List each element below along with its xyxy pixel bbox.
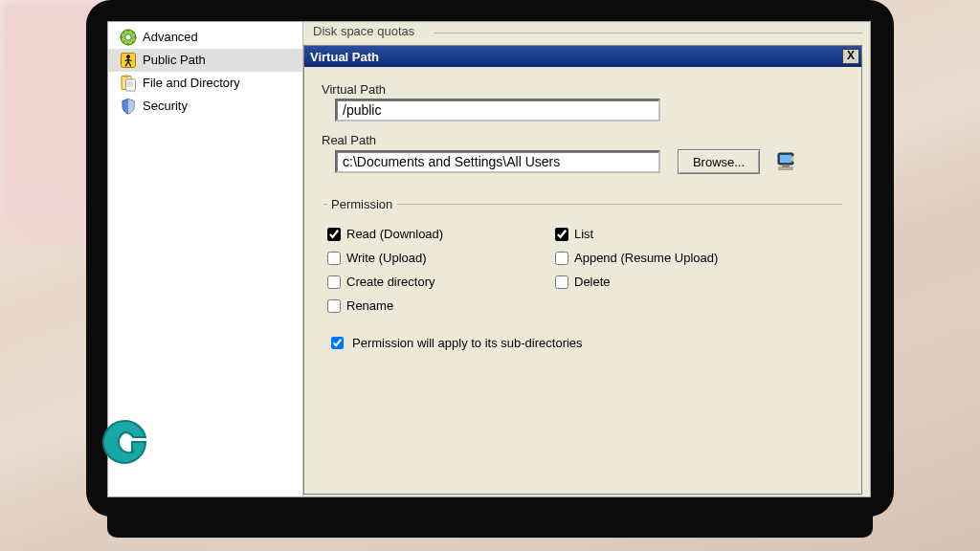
gear-icon	[120, 29, 137, 46]
checkbox-label: List	[574, 227, 593, 241]
laptop-base	[107, 509, 873, 538]
checkbox-label: Delete	[574, 275, 611, 289]
main-panel: Disk space quotas Virtual Path X Virtual…	[303, 22, 870, 496]
checkbox-label: Create directory	[346, 275, 434, 289]
shield-icon	[120, 98, 137, 115]
checkbox-label: Append (Resume Upload)	[574, 251, 718, 265]
browse-button[interactable]: Browse...	[678, 149, 760, 174]
svg-rect-13	[124, 76, 128, 77]
svg-rect-19	[780, 155, 791, 163]
checkbox-read[interactable]: Read (Download)	[327, 227, 547, 241]
sidebar-item-file-directory[interactable]: File and Directory	[108, 72, 302, 95]
dialog-title: Virtual Path	[310, 50, 379, 64]
permission-legend: Permission	[327, 197, 396, 211]
sign-icon	[120, 52, 137, 69]
clipboard-icon	[120, 75, 137, 92]
watermark-logo	[98, 415, 151, 469]
virtual-path-label: Virtual Path	[322, 82, 844, 97]
svg-point-22	[791, 156, 797, 162]
checkbox-rename[interactable]: Rename	[327, 298, 547, 313]
checkbox-write-input[interactable]	[327, 252, 341, 265]
checkbox-label: Write (Upload)	[346, 251, 427, 265]
dialog-body: Virtual Path Real Path Browse...	[304, 67, 861, 367]
checkbox-delete[interactable]: Delete	[555, 275, 775, 289]
checkbox-read-input[interactable]	[327, 228, 341, 241]
dialog-titlebar[interactable]: Virtual Path X	[304, 46, 861, 67]
svg-rect-14	[126, 79, 136, 91]
virtual-path-input[interactable]	[335, 99, 660, 121]
checkbox-apply-subdirectories-input[interactable]	[331, 337, 344, 349]
sidebar-item-label: Advanced	[143, 30, 198, 45]
checkbox-rename-input[interactable]	[327, 299, 341, 313]
checkbox-write[interactable]: Write (Upload)	[327, 251, 547, 265]
sidebar-item-label: Public Path	[143, 53, 206, 68]
laptop-bezel: Advanced Public Path	[86, 0, 894, 517]
virtual-path-dialog: Virtual Path X Virtual Path Real Path Br…	[303, 45, 862, 495]
svg-rect-21	[779, 167, 792, 169]
sidebar-item-advanced[interactable]: Advanced	[108, 26, 302, 49]
checkbox-label: Read (Download)	[346, 227, 443, 241]
groupbox-disk-quotas: Disk space quotas	[309, 24, 862, 41]
checkbox-list-input[interactable]	[555, 228, 568, 241]
checkbox-delete-input[interactable]	[555, 276, 568, 289]
computer-icon	[777, 152, 798, 171]
background: Advanced Public Path	[0, 0, 980, 551]
checkbox-label: Permission will apply to its sub-directo…	[352, 336, 583, 350]
checkbox-list[interactable]: List	[555, 227, 775, 241]
real-path-input[interactable]	[335, 150, 660, 173]
svg-point-1	[125, 34, 131, 40]
sidebar-item-label: Security	[143, 99, 188, 114]
permission-group: Permission Read (Download) List	[323, 197, 842, 358]
groupbox-label: Disk space quotas	[309, 24, 418, 38]
sidebar-item-security[interactable]: Security	[108, 95, 302, 118]
checkbox-create-directory-input[interactable]	[327, 276, 341, 289]
application-window: Advanced Public Path	[107, 21, 871, 497]
checkbox-apply-subdirectories[interactable]: Permission will apply to its sub-directo…	[327, 334, 838, 352]
checkbox-label: Rename	[346, 298, 393, 313]
checkbox-append-input[interactable]	[555, 252, 568, 265]
real-path-label: Real Path	[322, 133, 844, 147]
close-button[interactable]: X	[842, 49, 859, 64]
sidebar-item-label: File and Directory	[143, 76, 240, 91]
checkbox-create-directory[interactable]: Create directory	[327, 275, 547, 289]
checkbox-append[interactable]: Append (Resume Upload)	[555, 251, 775, 265]
sidebar-item-public-path[interactable]: Public Path	[108, 49, 302, 72]
